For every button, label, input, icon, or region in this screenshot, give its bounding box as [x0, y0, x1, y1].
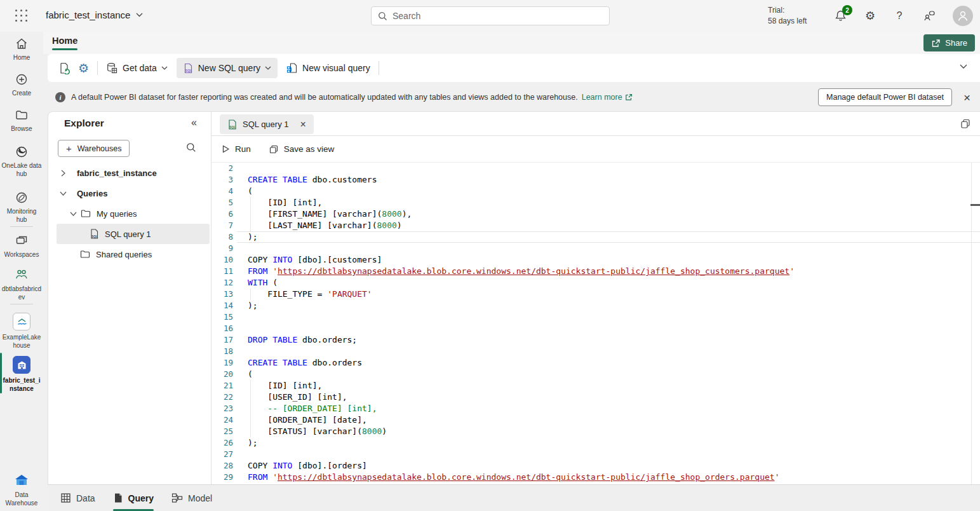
copy-icon[interactable] — [960, 118, 971, 130]
code-line[interactable]: 21 [ID] [int], — [211, 380, 980, 392]
settings-toolbar-button[interactable]: ⚙ — [78, 61, 89, 76]
explorer-title: Explorer — [64, 118, 104, 129]
help-button[interactable]: ? — [892, 8, 907, 24]
line-number: 20 — [211, 369, 233, 380]
workspaces-icon — [15, 234, 29, 248]
sidebar-item-monitoring-hub[interactable]: Monitoring hub — [0, 191, 43, 224]
ribbon-collapse-chevron[interactable] — [960, 64, 967, 69]
run-button[interactable]: Run — [221, 144, 251, 154]
external-link-icon — [625, 93, 633, 101]
code-line[interactable]: 16 — [211, 323, 980, 334]
code-line[interactable]: 3CREATE TABLE dbo.customers — [211, 174, 980, 186]
code-line[interactable]: 22 [USER_ID] [int], — [211, 392, 980, 403]
trial-status[interactable]: Trial: 58 days left — [768, 5, 814, 27]
learn-more-link[interactable]: Learn more — [582, 93, 633, 102]
tab-home[interactable]: Home — [52, 36, 77, 50]
tree-item-sql-query-1[interactable]: SQL SQL query 1 — [57, 224, 210, 244]
code-line[interactable]: 24 [ORDER_DATE] [date], — [211, 414, 980, 426]
chevron-right-icon[interactable] — [59, 170, 67, 177]
get-data-button[interactable]: Get data — [106, 62, 168, 74]
line-number: 12 — [211, 277, 233, 289]
code-line[interactable]: 28COPY INTO [dbo].[orders] — [211, 460, 980, 472]
sidebar-item-dbtlabsfabricdev[interactable]: dbtlabsfabricdev — [0, 268, 43, 301]
home-icon — [15, 37, 29, 51]
tree-item-shared-queries[interactable]: Shared queries — [48, 244, 211, 264]
svg-text:SQL: SQL — [229, 125, 236, 128]
code-line[interactable]: 11FROM 'https://dbtlabsynapsedatalake.bl… — [211, 266, 980, 277]
code-line[interactable]: 25 [STATUS] [varchar](8000) — [211, 426, 980, 437]
settings-button[interactable]: ⚙ — [863, 8, 878, 24]
code-line[interactable]: 13 FILE_TYPE = 'PARQUET' — [211, 289, 980, 300]
code-line[interactable]: 23 -- [ORDER_DATE] [int], — [211, 403, 980, 414]
close-icon[interactable]: × — [300, 119, 306, 130]
tab-query[interactable]: Query — [113, 485, 154, 511]
code-line[interactable]: 20( — [211, 369, 980, 380]
info-banner: i A default Power BI dataset for faster … — [48, 85, 980, 110]
line-content: CREATE TABLE dbo.orders — [248, 357, 362, 369]
chevron-down-icon[interactable] — [59, 191, 67, 196]
code-line[interactable]: 15 — [211, 311, 980, 323]
editor-tab-row: SQL SQL query 1 × — [211, 112, 980, 136]
chevron-down-icon[interactable] — [69, 212, 77, 216]
sidebar-item-fabric-test-instance[interactable]: fabric_test_instance — [0, 356, 43, 393]
sidebar-item-onelake-data-hub[interactable]: OneLake data hub — [0, 145, 43, 178]
new-report-button[interactable] — [58, 62, 70, 74]
tab-sql-query-1[interactable]: SQL SQL query 1 × — [220, 114, 314, 134]
collapse-panel-icon[interactable]: « — [191, 117, 197, 128]
avatar[interactable] — [953, 6, 973, 26]
line-number: 3 — [211, 174, 233, 186]
feedback-button[interactable] — [922, 8, 937, 24]
sidebar-item-workspaces[interactable]: Workspaces — [0, 234, 43, 259]
line-number: 23 — [211, 403, 233, 414]
code-line[interactable]: 4( — [211, 186, 980, 197]
code-line[interactable]: 27 — [211, 449, 980, 460]
chevron-down-icon — [161, 66, 168, 70]
code-line[interactable]: 12WITH ( — [211, 277, 980, 289]
code-line[interactable]: 10COPY INTO [dbo].[customers] — [211, 254, 980, 266]
chevron-down-icon — [265, 66, 271, 70]
line-number: 22 — [211, 392, 233, 403]
code-line[interactable]: 18 — [211, 346, 980, 357]
tree-item-queries[interactable]: Queries — [48, 183, 211, 203]
line-number: 15 — [211, 311, 233, 323]
code-line[interactable]: 26); — [211, 437, 980, 449]
document-refresh-icon — [58, 62, 70, 74]
notifications-button[interactable]: 2 — [833, 8, 848, 24]
code-line[interactable]: 17DROP TABLE dbo.orders; — [211, 334, 980, 346]
sidebar-item-browse[interactable]: Browse — [0, 108, 43, 133]
code-editor[interactable]: 23CREATE TABLE dbo.customers4(5 [ID] [in… — [211, 163, 980, 484]
manage-dataset-button[interactable]: Manage default Power BI dataset — [818, 88, 952, 106]
sidebar-item-home[interactable]: Home — [0, 37, 43, 62]
search-input[interactable]: Search — [371, 6, 610, 25]
app-name-menu[interactable]: fabric_test_instance — [46, 10, 143, 20]
overview-ruler-cursor-mark — [970, 204, 980, 206]
code-line[interactable]: 2 — [211, 163, 980, 174]
tab-model[interactable]: Model — [171, 485, 212, 511]
close-icon[interactable]: × — [963, 92, 970, 104]
explorer-search-icon[interactable] — [186, 142, 196, 153]
search-placeholder: Search — [393, 11, 420, 21]
sidebar-item-create[interactable]: Create — [0, 72, 43, 97]
add-warehouses-button[interactable]: + Warehouses — [58, 140, 130, 157]
line-number: 18 — [211, 346, 233, 357]
line-number: 8 — [211, 231, 233, 243]
code-line[interactable]: 14); — [211, 300, 980, 311]
share-button[interactable]: Share — [923, 34, 975, 51]
tab-data[interactable]: Data — [60, 485, 95, 511]
new-sql-query-button[interactable]: SQL New SQL query — [177, 58, 278, 78]
save-as-view-button[interactable]: Save as view — [269, 144, 335, 154]
new-visual-query-button[interactable]: New visual query — [286, 62, 370, 74]
tree-item-my-queries[interactable]: My queries — [48, 203, 211, 224]
code-line[interactable]: 29FROM 'https://dbtlabsynapsedatalake.bl… — [211, 472, 980, 483]
selection-indicator — [0, 353, 2, 393]
code-line[interactable]: 7 [LAST_NAME] [varchar](8000) — [211, 220, 980, 231]
tree-item-warehouse[interactable]: fabric_test_instance — [48, 163, 211, 183]
code-line[interactable]: 6 [FIRST_NAME] [varchar](8000), — [211, 208, 980, 220]
editor-scrollbar[interactable] — [971, 163, 972, 484]
code-line[interactable]: 9 — [211, 243, 980, 254]
sidebar-item-examplelakehouse[interactable]: ExampleLakehouse — [0, 313, 43, 350]
sidebar-item-data-warehouse[interactable]: Data Warehouse — [0, 473, 43, 507]
code-line[interactable]: 5 [ID] [int], — [211, 197, 980, 208]
code-line[interactable]: 19CREATE TABLE dbo.orders — [211, 357, 980, 369]
code-line[interactable]: 8); — [211, 231, 980, 243]
